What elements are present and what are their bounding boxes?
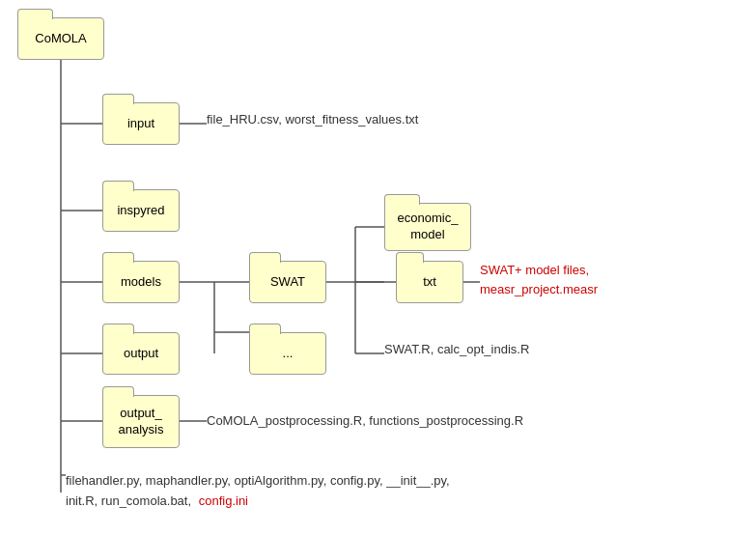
folder-txt: txt [396, 261, 463, 303]
label-output-analysis-files: CoMOLA_postprocessing.R, functions_postp… [207, 413, 523, 428]
folder-comola-label: CoMOLA [35, 31, 86, 47]
folder-swat-label: SWAT [270, 274, 305, 291]
label-input-files: file_HRU.csv, worst_fitness_values.txt [207, 112, 418, 127]
folder-inspyred-label: inspyred [117, 203, 164, 219]
label-swat-model-files: SWAT+ model files, measr_project.measr [480, 261, 598, 298]
folder-inspyred: inspyred [102, 189, 180, 232]
folder-output-label: output [124, 346, 158, 362]
root-files-line2: init.R, run_comola.bat, config.ini [66, 492, 450, 512]
folder-txt-label: txt [423, 274, 436, 291]
folder-output: output [102, 332, 180, 375]
folder-input-label: input [127, 116, 154, 132]
folder-economic-model: economic_ model [384, 203, 471, 251]
folder-dots-label: ... [283, 346, 294, 362]
folder-economic-model-label: economic_ model [398, 211, 459, 243]
folder-dots: ... [249, 332, 326, 375]
folder-output-analysis-label: output_ analysis [119, 406, 164, 438]
folder-output-analysis: output_ analysis [102, 395, 180, 448]
folder-comola: CoMOLA [17, 17, 104, 60]
label-swat-r: SWAT.R, calc_opt_indis.R [384, 342, 529, 356]
folder-swat: SWAT [249, 261, 326, 303]
diagram: CoMOLA input inspyred models output outp… [0, 0, 756, 535]
label-root-files: filehandler.py, maphandler.py, optiAlgor… [66, 471, 450, 512]
root-files-line1: filehandler.py, maphandler.py, optiAlgor… [66, 471, 450, 492]
folder-input: input [102, 102, 180, 145]
folder-models: models [102, 261, 180, 303]
folder-models-label: models [121, 274, 161, 291]
